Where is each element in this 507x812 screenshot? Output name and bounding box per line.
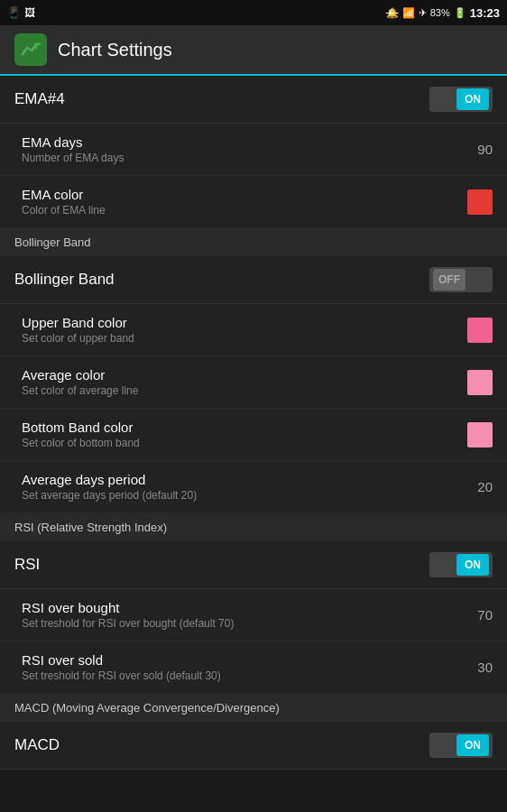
ema-color-text: EMA color Color of EMA line [22,187,467,217]
status-right-icons: 🔔 📶 ✈ 83% 🔋 13:23 [386,6,500,20]
ema-color-swatch [467,189,493,215]
average-color-swatch [467,370,493,395]
rsi-over-bought-item[interactable]: RSI over bought Set treshold for RSI ove… [0,589,507,641]
ema-days-title: EMA days [22,134,466,150]
image-icon: 🖼 [24,6,35,19]
average-color-text: Average color Set color of average line [22,367,467,397]
rsi-over-sold-value: 30 [466,660,493,675]
ema4-toggle-row: EMA#4 ON [0,76,507,124]
bollinger-toggle-knob: OFF [433,269,466,291]
rsi-over-bought-subtitle: Set treshold for RSI over bought (defaul… [22,617,466,630]
ema4-toggle-knob: ON [456,88,489,110]
average-days-period-value: 20 [466,479,493,494]
macd-toggle-knob: ON [456,734,489,756]
rsi-over-sold-subtitle: Set treshold for RSI over sold (default … [22,669,466,682]
average-color-title: Average color [22,367,467,383]
bottom-band-color-subtitle: Set color of bottom band [22,437,467,449]
rsi-toggle[interactable]: ON [429,552,493,577]
average-days-period-title: Average days period [22,472,466,487]
macd-label: MACD [14,736,60,754]
rsi-over-sold-title: RSI over sold [22,652,466,668]
ema4-label: EMA#4 [14,90,65,108]
bollinger-toggle-row: Bollinger Band OFF [0,256,507,304]
header-title: Chart Settings [58,40,172,60]
status-bar: 📱 🖼 🔔 📶 ✈ 83% 🔋 13:23 [0,0,507,25]
airplane-icon: ✈ [419,7,427,19]
macd-toggle-row: MACD ON [0,722,507,770]
settings-content: EMA#4 ON EMA days Number of EMA days 90 … [0,76,507,812]
bottom-band-color-swatch [467,422,493,448]
rsi-group-header: RSI (Relative Strength Index) [0,513,507,541]
bollinger-toggle[interactable]: OFF [429,267,493,292]
battery-icon: 🔋 [454,7,466,19]
status-left-icons: 📱 🖼 [7,6,35,19]
ema-color-title: EMA color [22,187,467,202]
bollinger-group-header: Bollinger Band [0,228,507,256]
average-days-period-subtitle: Set average days period (default 20) [22,489,466,502]
rsi-toggle-knob: ON [456,554,489,576]
macd-group-header: MACD (Moving Average Convergence/Diverge… [0,694,507,722]
rsi-over-bought-value: 70 [466,607,493,623]
bottom-band-color-title: Bottom Band color [22,420,467,435]
phone-icon: 📱 [7,6,21,19]
bollinger-label: Bollinger Band [14,271,115,289]
upper-band-color-swatch [467,318,493,343]
average-color-item[interactable]: Average color Set color of average line [0,356,507,409]
average-days-period-text: Average days period Set average days per… [22,472,466,502]
ema-days-text: EMA days Number of EMA days [22,134,466,164]
ema-days-item[interactable]: EMA days Number of EMA days 90 [0,124,507,176]
ema-days-value: 90 [466,142,493,157]
macd-toggle[interactable]: ON [429,733,493,758]
rsi-over-bought-text: RSI over bought Set treshold for RSI ove… [22,600,466,630]
rsi-label: RSI [14,556,40,574]
bottom-band-color-text: Bottom Band color Set color of bottom ba… [22,420,467,449]
upper-band-color-text: Upper Band color Set color of upper band [22,315,467,345]
wifi-icon: 📶 [402,7,415,19]
average-days-period-item[interactable]: Average days period Set average days per… [0,461,507,513]
rsi-over-sold-text: RSI over sold Set treshold for RSI over … [22,652,466,682]
average-color-subtitle: Set color of average line [22,384,467,397]
ema-color-item[interactable]: EMA color Color of EMA line [0,176,507,228]
time-display: 13:23 [470,6,500,20]
app-header: Chart Settings [0,25,507,76]
upper-band-color-item[interactable]: Upper Band color Set color of upper band [0,304,507,356]
ema4-toggle[interactable]: ON [429,87,493,112]
bottom-band-color-item[interactable]: Bottom Band color Set color of bottom ba… [0,409,507,461]
upper-band-color-subtitle: Set color of upper band [22,332,467,345]
rsi-toggle-row: RSI ON [0,541,507,589]
battery-text: 83% [430,7,450,18]
upper-band-color-title: Upper Band color [22,315,467,330]
app-icon [14,33,47,66]
ema-color-subtitle: Color of EMA line [22,204,467,217]
rsi-over-sold-item[interactable]: RSI over sold Set treshold for RSI over … [0,641,507,694]
rsi-over-bought-title: RSI over bought [22,600,466,615]
ema-days-subtitle: Number of EMA days [22,152,466,164]
mute-icon: 🔔 [386,7,399,19]
